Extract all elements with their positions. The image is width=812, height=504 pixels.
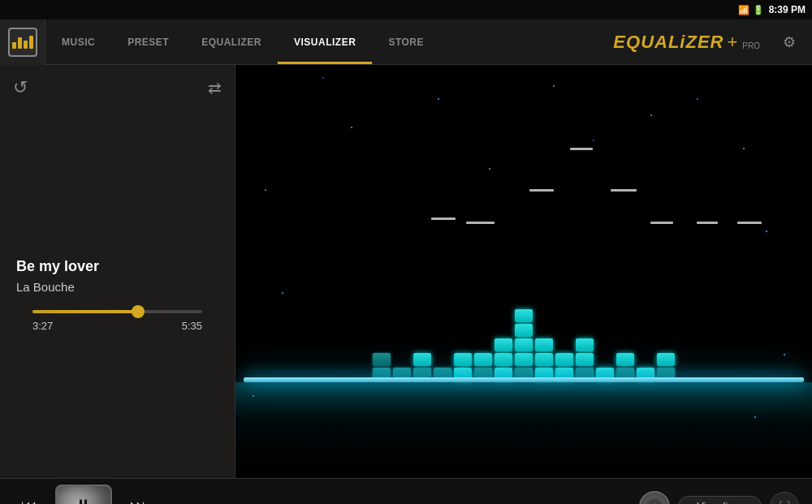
progress-track[interactable] xyxy=(32,310,202,313)
current-time: 3:27 xyxy=(32,320,53,332)
bottom-bar: ⏮ ⏸ ⏭ ‹ Visualizer › ⛶ xyxy=(0,478,812,504)
disc-icon xyxy=(639,491,670,505)
visualizer-panel xyxy=(235,65,812,478)
peak-marker xyxy=(529,189,554,192)
vis-prev-arrow[interactable]: ‹ xyxy=(689,500,693,505)
eq-bar-group xyxy=(616,353,634,381)
progress-area[interactable]: 3:27 5:35 xyxy=(16,310,218,332)
eq-block xyxy=(373,353,391,366)
peak-marker xyxy=(650,222,673,224)
visualizer-canvas xyxy=(235,65,812,478)
nav-brand: EQUALiZER + PRO xyxy=(613,32,760,53)
time-row: 3:27 5:35 xyxy=(32,320,202,332)
nav-tabs: MUSIC PRESET EQUALIZER VISUALIZER STORE xyxy=(45,19,613,64)
tab-preset[interactable]: PRESET xyxy=(111,19,185,64)
clock: 8:39 PM xyxy=(769,4,806,15)
progress-fill xyxy=(32,310,138,313)
eq-bar-group xyxy=(495,338,512,381)
eq-block xyxy=(657,353,675,366)
eq-block xyxy=(413,353,431,366)
wifi-icon: 📶 xyxy=(738,5,749,15)
peak-marker xyxy=(611,189,637,192)
star xyxy=(650,114,652,116)
peak-marker xyxy=(466,222,495,224)
star xyxy=(743,148,745,149)
status-bar: 📶 🔋 8:39 PM xyxy=(0,0,812,19)
eq-bar-group xyxy=(413,353,431,381)
eq-bar-group xyxy=(373,353,391,381)
star xyxy=(322,77,324,79)
track-title: Be my lover xyxy=(16,258,218,275)
peak-marker xyxy=(697,222,718,224)
eq-bar-group xyxy=(576,338,594,381)
star xyxy=(593,140,594,141)
status-icons: 📶 🔋 xyxy=(738,5,764,15)
bottom-right-controls: ‹ Visualizer › ⛶ xyxy=(639,491,799,505)
logo-bars xyxy=(12,36,33,49)
eq-block xyxy=(495,353,512,366)
star xyxy=(282,292,283,294)
eq-reflection xyxy=(235,382,812,478)
left-panel: ↺ ⇄ Be my lover La Bouche 3:27 5:35 xyxy=(0,65,235,478)
eq-bar-group xyxy=(454,353,472,381)
settings-button[interactable]: ⚙ xyxy=(773,26,806,58)
eq-block xyxy=(515,338,533,351)
nav-logo-area xyxy=(0,19,45,65)
eq-block xyxy=(495,338,512,351)
eq-bars-container xyxy=(235,309,812,381)
eq-bar-group xyxy=(555,353,573,381)
album-art-area: Be my lover La Bouche 3:27 5:35 xyxy=(0,110,235,478)
next-button[interactable]: ⏭ xyxy=(122,490,154,505)
tab-store[interactable]: STORE xyxy=(372,19,440,64)
shuffle-icon[interactable]: ⇄ xyxy=(208,78,222,97)
eq-block xyxy=(515,324,533,337)
fullscreen-icon: ⛶ xyxy=(779,500,790,505)
eq-block xyxy=(474,353,492,366)
brand-pro: PRO xyxy=(742,41,760,50)
eq-block xyxy=(576,338,594,351)
prev-icon: ⏮ xyxy=(21,497,37,504)
pause-icon: ⏸ xyxy=(74,495,93,505)
logo-bar-3 xyxy=(24,41,28,49)
eq-block xyxy=(454,353,472,366)
progress-thumb xyxy=(132,305,145,318)
tab-equalizer[interactable]: EQUALIZER xyxy=(185,19,278,64)
prev-button[interactable]: ⏮ xyxy=(13,490,45,505)
star xyxy=(438,98,439,100)
star xyxy=(697,98,698,100)
eq-bar-group xyxy=(535,338,553,381)
main-area: ↺ ⇄ Be my lover La Bouche 3:27 5:35 xyxy=(0,65,812,478)
visualizer-nav: ‹ Visualizer › xyxy=(678,496,762,505)
peak-marker xyxy=(737,222,762,224)
brand-plus: + xyxy=(727,32,737,53)
fullscreen-button[interactable]: ⛶ xyxy=(770,492,799,505)
peak-marker xyxy=(570,148,593,150)
tab-music[interactable]: MUSIC xyxy=(45,19,111,64)
refresh-icon[interactable]: ↺ xyxy=(13,77,28,98)
tab-visualizer[interactable]: VISUALIZER xyxy=(278,19,372,64)
eq-bar-group xyxy=(657,353,675,381)
eq-bar-group xyxy=(474,353,492,381)
vis-nav-label: Visualizer xyxy=(697,500,742,504)
track-artist: La Bouche xyxy=(16,280,218,294)
gear-icon: ⚙ xyxy=(783,33,796,51)
vis-next-arrow[interactable]: › xyxy=(747,500,751,505)
star xyxy=(553,85,555,87)
eq-block xyxy=(515,353,533,366)
eq-block xyxy=(576,353,594,366)
eq-bar-group xyxy=(515,309,533,381)
app-logo xyxy=(8,28,37,57)
star xyxy=(766,230,767,232)
logo-bar-2 xyxy=(18,37,22,49)
star xyxy=(351,127,352,128)
logo-bar-4 xyxy=(29,36,33,49)
brand-name: EQUALiZER xyxy=(613,32,723,53)
star xyxy=(265,189,266,191)
star xyxy=(489,168,490,170)
eq-block xyxy=(535,353,553,366)
eq-block xyxy=(555,353,573,366)
eq-block xyxy=(616,353,634,366)
eq-block xyxy=(535,338,553,351)
play-pause-button[interactable]: ⏸ xyxy=(55,485,112,505)
total-time: 5:35 xyxy=(182,320,202,332)
